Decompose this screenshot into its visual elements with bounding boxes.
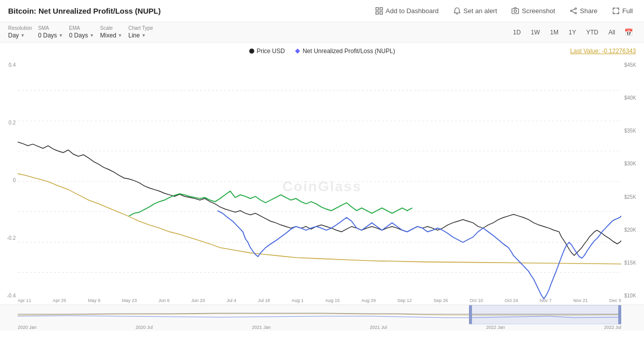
mini-label-4: 2022 Jan	[486, 325, 505, 330]
y-axis-left: 0.4 0.2 0 -0.2 -0.4	[0, 60, 18, 301]
scale-value: Mixed	[100, 32, 116, 39]
ema-select[interactable]: 0 Days ▼	[69, 32, 94, 39]
chart-legend: Price USD Net Unrealized Profit/Loss (NU…	[249, 48, 395, 55]
svg-rect-4	[512, 9, 519, 14]
chart-type-dropdown[interactable]: Chart Type Line ▼	[128, 25, 153, 39]
svg-rect-1	[380, 8, 382, 10]
legend-nupl: Net Unrealized Profit/Loss (NUPL)	[295, 48, 395, 55]
svg-rect-18	[618, 305, 621, 324]
mini-label-5: 2022 Jul	[604, 325, 621, 330]
svg-rect-0	[376, 8, 378, 10]
time-1y-button[interactable]: 1Y	[565, 27, 580, 37]
time-1m-button[interactable]: 1M	[546, 27, 563, 37]
ema-label: EMA	[69, 25, 94, 31]
y-right-3: $30K	[624, 161, 636, 166]
svg-rect-3	[380, 12, 382, 14]
screenshot-button[interactable]: Screenshot	[508, 5, 559, 17]
share-label: Share	[580, 7, 597, 15]
y-left-1: 0.2	[9, 120, 16, 125]
y-right-7: $10K	[624, 293, 636, 298]
page-title: Bitcoin: Net Unrealized Profit/Loss (NUP…	[8, 7, 161, 15]
legend-price-label: Price USD	[256, 48, 285, 55]
y-right-5: $20K	[624, 227, 636, 233]
last-value[interactable]: Last Value: -0.12276343	[570, 48, 636, 55]
svg-point-7	[570, 10, 572, 12]
share-icon	[569, 7, 577, 15]
ema-arrow: ▼	[90, 33, 94, 38]
toolbar-right: 1D 1W 1M 1Y YTD All 📅	[509, 27, 636, 38]
svg-rect-16	[470, 305, 621, 324]
time-ytd-button[interactable]: YTD	[582, 27, 603, 37]
legend-dot-nupl	[295, 49, 300, 54]
time-1w-button[interactable]: 1W	[527, 27, 544, 37]
screenshot-icon	[511, 7, 520, 15]
full-button[interactable]: Full	[609, 5, 636, 17]
mini-chart-area: 2020 Jan 2020 Jul 2021 Jan 2021 Jul 2022…	[0, 305, 644, 331]
svg-point-8	[575, 13, 576, 14]
add-dashboard-button[interactable]: Add to Dashboard	[372, 5, 442, 17]
chart-type-arrow: ▼	[141, 33, 146, 38]
mini-chart-svg	[18, 305, 621, 324]
chart-type-label: Chart Type	[128, 25, 153, 31]
full-label: Full	[622, 7, 633, 15]
calendar-button[interactable]: 📅	[621, 27, 636, 38]
resolution-label: Resolution	[8, 25, 32, 31]
set-alert-button[interactable]: Set an alert	[450, 5, 500, 17]
price-line	[18, 142, 621, 255]
sma-select[interactable]: 0 Days ▼	[38, 32, 63, 39]
add-dashboard-label: Add to Dashboard	[385, 7, 439, 15]
resolution-select[interactable]: Day ▼	[8, 32, 32, 39]
ema-value: 0 Days	[69, 32, 88, 39]
share-button[interactable]: Share	[566, 5, 600, 17]
scale-arrow: ▼	[118, 33, 122, 38]
svg-point-5	[514, 10, 517, 13]
fullscreen-icon	[612, 7, 620, 15]
sma-label: SMA	[38, 25, 63, 31]
mini-chart-labels: 2020 Jan 2020 Jul 2021 Jan 2021 Jul 2022…	[18, 325, 621, 330]
chart-type-select[interactable]: Line ▼	[128, 32, 153, 39]
ema-dropdown[interactable]: EMA 0 Days ▼	[69, 25, 94, 39]
y-right-0: $45K	[624, 62, 636, 68]
svg-point-6	[575, 8, 576, 10]
screenshot-label: Screenshot	[522, 7, 555, 15]
page-header: Bitcoin: Net Unrealized Profit/Loss (NUP…	[0, 0, 644, 22]
svg-rect-2	[376, 12, 378, 14]
legend-dot-price	[249, 49, 254, 54]
toolbar-left: Resolution Day ▼ SMA 0 Days ▼ EMA 0 Days…	[8, 25, 153, 39]
calendar-icon: 📅	[624, 28, 633, 36]
y-left-0: 0.4	[9, 62, 16, 68]
chart-toolbar: Resolution Day ▼ SMA 0 Days ▼ EMA 0 Days…	[0, 22, 644, 42]
y-right-1: $40K	[624, 95, 636, 101]
resolution-dropdown[interactable]: Resolution Day ▼	[8, 25, 32, 39]
chart-area: Price USD Net Unrealized Profit/Loss (NU…	[0, 42, 644, 331]
resolution-arrow: ▼	[20, 33, 25, 38]
time-1d-button[interactable]: 1D	[509, 27, 525, 37]
sma-dropdown[interactable]: SMA 0 Days ▼	[38, 25, 63, 39]
green-line	[129, 191, 412, 216]
header-actions: Add to Dashboard Set an alert Screenshot…	[372, 5, 636, 17]
yellow-line	[18, 174, 621, 264]
legend-price: Price USD	[249, 48, 285, 55]
scale-select[interactable]: Mixed ▼	[100, 32, 122, 39]
dashboard-icon	[375, 7, 383, 15]
y-left-4: -0.4	[7, 293, 16, 298]
mini-label-1: 2020 Jul	[136, 325, 153, 330]
time-all-button[interactable]: All	[605, 27, 619, 37]
set-alert-label: Set an alert	[463, 7, 497, 15]
y-axis-right: $45K $40K $35K $30K $25K $20K $15K $10K	[621, 60, 644, 301]
y-right-2: $35K	[624, 128, 636, 134]
alert-icon	[453, 7, 461, 15]
y-left-2: 0	[13, 178, 16, 183]
mini-label-3: 2021 Jul	[370, 325, 387, 330]
svg-rect-17	[469, 305, 472, 324]
scale-dropdown[interactable]: Scale Mixed ▼	[100, 25, 122, 39]
sma-arrow: ▼	[59, 33, 63, 38]
main-chart-svg	[18, 60, 621, 303]
legend-nupl-label: Net Unrealized Profit/Loss (NUPL)	[303, 48, 395, 55]
y-left-3: -0.2	[7, 235, 16, 241]
scale-label: Scale	[100, 25, 122, 31]
sma-value: 0 Days	[38, 32, 57, 39]
resolution-value: Day	[8, 32, 19, 39]
chart-type-value: Line	[128, 32, 140, 39]
mini-label-2: 2021 Jan	[252, 325, 271, 330]
